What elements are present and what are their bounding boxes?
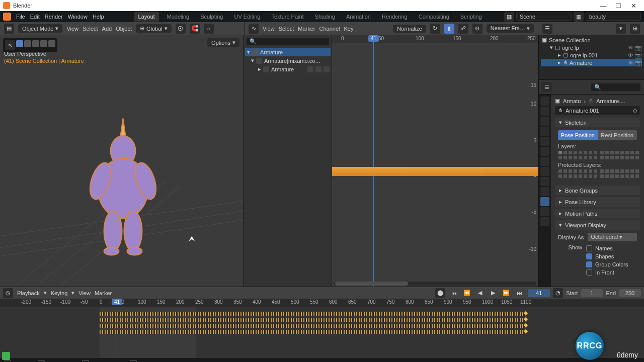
workspace-tab[interactable]: Compositing [416, 14, 452, 20]
editor-type-graph-icon[interactable]: ∿ [249, 24, 259, 34]
pose-library-panel-header[interactable]: ▸ Pose Library [555, 197, 640, 207]
timeline-cursor-badge[interactable]: 41 [112, 299, 122, 305]
physics-tab-icon[interactable] [540, 177, 549, 186]
proportional-graph-icon[interactable]: ⊚ [472, 24, 482, 34]
scene-tab-icon[interactable] [540, 127, 549, 136]
rest-position-button[interactable]: Rest Position [598, 130, 637, 140]
nearest-frame-dropdown[interactable]: Nearest Fra… ▾ [487, 24, 534, 33]
proportional-icon[interactable]: ○ [204, 24, 214, 34]
world-tab-icon[interactable] [540, 137, 549, 146]
object-tab-icon[interactable] [540, 147, 549, 156]
names-checkbox[interactable]: Names [586, 245, 628, 251]
graph-h-scrollbar[interactable] [334, 282, 536, 286]
mute-icon[interactable] [324, 66, 330, 72]
bone-groups-panel-header[interactable]: ▸ Bone Groups [555, 186, 640, 195]
properties-search-input[interactable]: 🔍 [591, 83, 641, 92]
current-frame-field[interactable]: 41 [528, 289, 550, 297]
workspace-tab[interactable]: Animation [343, 14, 374, 20]
ds-select-menu[interactable]: Select [279, 26, 294, 32]
workspace-tab-layout[interactable]: Layout [134, 12, 159, 22]
display-as-dropdown[interactable]: Octahedral ▾ [588, 233, 637, 241]
pivot-icon[interactable]: ⦿ [176, 24, 186, 34]
prev-key-icon[interactable]: ⏪ [462, 289, 471, 298]
motion-paths-panel-header[interactable]: ▸ Motion Paths [555, 209, 640, 218]
outliner-row[interactable]: ▸ ▢ ogre lp.001 👁📷 [541, 51, 642, 59]
particle-tab-icon[interactable] [540, 167, 549, 176]
next-key-icon[interactable]: ⏩ [502, 289, 511, 298]
camera-icon[interactable]: 📷 [635, 60, 641, 66]
key-track[interactable] [100, 318, 526, 322]
keyframe-tracks[interactable] [100, 312, 526, 334]
keying-menu[interactable]: Keying [51, 290, 68, 296]
viewport-display-panel-header[interactable]: ▾ Viewport Display [555, 220, 640, 230]
close-button[interactable]: ✕ [626, 2, 641, 10]
outliner-row-armature[interactable]: ▸ ⋔ Armature 👁📷 [541, 59, 642, 66]
menu-render[interactable]: Render [45, 14, 63, 20]
orientation-dropdown[interactable]: ⊕ Global ▾ [136, 24, 172, 33]
fcurve-strip[interactable] [332, 167, 538, 176]
ds-marker-menu[interactable]: Marker [298, 26, 315, 32]
channel-row-armature[interactable]: ▾ Armature [245, 48, 331, 56]
menu-window[interactable]: Window [68, 14, 88, 20]
viewlayer-name-field[interactable]: beauty [586, 13, 641, 21]
tl-marker-menu[interactable]: Marker [95, 290, 112, 296]
add-menu[interactable]: Add [102, 26, 112, 32]
armature-data-tab-icon[interactable] [540, 197, 549, 206]
cursor-tool-icon[interactable]: ▮ [444, 24, 454, 34]
snap-graph-icon[interactable]: ☍ [458, 24, 468, 34]
refresh-icon[interactable]: ↻ [430, 24, 440, 34]
jump-end-icon[interactable]: ⏭ [515, 289, 524, 298]
new-collection-icon[interactable]: ⊞ [630, 24, 640, 34]
workspace-tab[interactable]: UV Editing [231, 14, 263, 20]
outliner-row[interactable]: ▾ ▢ ogre lp 👁📷 [541, 44, 642, 51]
3d-viewport[interactable]: ↖ Options ▾ User Perspective (41) Scene … [0, 35, 244, 287]
in-front-checkbox[interactable]: In Front [586, 269, 628, 276]
camera-icon[interactable]: 📷 [635, 45, 641, 51]
minimize-button[interactable]: — [596, 2, 611, 10]
snap-icon[interactable]: 🧲 [190, 24, 200, 34]
key-track[interactable] [100, 312, 526, 316]
skeleton-panel-header[interactable]: ▾ Skeleton [555, 118, 640, 127]
workspace-tab[interactable]: Scripting [457, 14, 485, 20]
editor-type-3dview-icon[interactable]: ▤ [4, 24, 14, 34]
shield-icon[interactable]: ◇ [633, 107, 637, 114]
jump-start-icon[interactable]: ⏮ [449, 289, 458, 298]
lock-icon[interactable] [315, 66, 321, 72]
object-menu[interactable]: Object [116, 26, 132, 32]
workspace-tab[interactable]: Shading [312, 14, 338, 20]
frame-cursor-line[interactable] [373, 35, 374, 287]
scene-name-field[interactable]: Scene [516, 13, 572, 21]
key-track[interactable] [100, 324, 526, 328]
play-reverse-icon[interactable]: ◀ [475, 289, 485, 298]
editor-type-properties-icon[interactable]: ☰ [542, 82, 552, 92]
group-colors-checkbox[interactable]: Group Colors [586, 261, 628, 267]
workspace-tab[interactable]: Modeling [164, 14, 193, 20]
maximize-button[interactable]: ☐ [611, 2, 626, 10]
editor-type-timeline-icon[interactable]: ◷ [3, 288, 13, 298]
datablock-name-field[interactable]: ⋔ Armature.001 ◇ [555, 106, 640, 115]
autokey-toggle-icon[interactable]: ⬤ [435, 288, 445, 298]
material-tab-icon[interactable] [540, 217, 549, 226]
viewlayer-browse-icon[interactable]: ▦ [574, 12, 584, 22]
end-frame-field[interactable]: 250 [619, 289, 641, 297]
outliner-row-scene-collection[interactable]: ▣ Scene Collection [541, 36, 642, 44]
constraint-tab-icon[interactable] [540, 187, 549, 196]
wrench-icon[interactable] [307, 66, 313, 72]
menu-help[interactable]: Help [93, 14, 104, 20]
ds-view-menu[interactable]: View [263, 26, 275, 32]
graph-canvas[interactable]: 0 50 100 150 200 250 41 15 10 5 0 -5 -10 [332, 35, 538, 287]
eye-icon[interactable]: 👁 [628, 52, 634, 58]
key-track[interactable] [100, 330, 526, 334]
protected-layer-grid[interactable] [558, 169, 637, 178]
channel-search-input[interactable]: 🔍 [246, 37, 330, 46]
editor-type-outliner-icon[interactable]: ☰ [542, 24, 552, 34]
ds-key-menu[interactable]: Key [344, 26, 353, 32]
menu-file[interactable]: File [16, 14, 25, 20]
output-tab-icon[interactable] [540, 107, 549, 116]
graph-frame-ruler[interactable]: 0 50 100 150 200 250 [332, 35, 538, 43]
workspace-tab[interactable]: Rendering [379, 14, 411, 20]
workspace-tab[interactable]: Texture Paint [268, 14, 306, 20]
viewlayer-tab-icon[interactable] [540, 117, 549, 126]
camera-icon[interactable]: 📷 [635, 52, 641, 58]
normalize-toggle[interactable]: Normalize [393, 25, 426, 33]
